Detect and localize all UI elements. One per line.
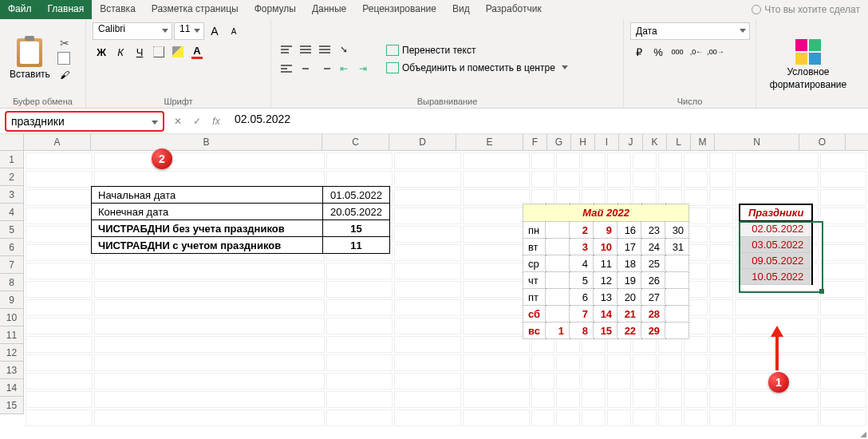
calendar-cell[interactable] [665,289,689,306]
calendar-dow[interactable]: ср [523,255,546,272]
label-start-date[interactable]: Начальная дата [92,187,323,204]
calendar-cell[interactable]: 31 [665,239,689,255]
col-header-O[interactable]: O [799,134,846,150]
border-button[interactable] [150,43,168,61]
calendar-cell[interactable]: 21 [617,306,641,322]
calendar-cell[interactable]: 28 [641,306,665,322]
row-header-7[interactable]: 7 [0,256,24,274]
calendar-cell[interactable]: 16 [617,222,641,239]
tab-insert[interactable]: Вставка [92,0,144,19]
font-name-select[interactable]: Calibri [93,22,172,40]
calendar-cell[interactable]: 26 [641,272,665,289]
tell-me[interactable]: Что вы хотите сделат [744,0,868,19]
calendar-cell[interactable]: 22 [617,322,641,339]
calendar-cell[interactable]: 20 [617,289,641,306]
value-networkdays-withhol[interactable]: 11 [323,237,390,254]
font-size-select[interactable]: 11 [174,22,204,40]
value-start-date[interactable]: 01.05.2022 [323,187,390,204]
calendar-cell[interactable]: 18 [617,255,641,272]
grow-font-button[interactable]: A [206,22,223,40]
label-networkdays-withhol[interactable]: ЧИСТРАБДНИ с учетом праздников [92,237,323,254]
calendar-cell[interactable]: 15 [594,322,617,339]
calendar-cell[interactable] [546,222,570,239]
align-middle-button[interactable] [297,41,314,58]
holiday-cell[interactable]: 02.05.2022 [740,221,812,237]
orientation-button[interactable] [335,41,353,58]
row-header-1[interactable]: 1 [0,151,24,168]
col-header-K[interactable]: K [643,134,667,150]
col-header-N[interactable]: N [715,134,799,150]
calendar-dow[interactable]: вт [523,239,546,255]
holiday-cell[interactable]: 10.05.2022 [740,269,812,285]
format-painter-button[interactable] [57,68,73,82]
row-header-4[interactable]: 4 [0,204,24,221]
merge-center-button[interactable]: Объединить и поместить в центре [383,59,571,77]
increase-decimal-button[interactable]: ,0← [688,43,705,61]
calendar-cell[interactable]: 4 [570,255,594,272]
tab-file[interactable]: Файл [0,0,40,19]
align-right-button[interactable] [316,60,333,77]
decrease-decimal-button[interactable]: ,00→ [707,43,724,61]
col-header-F[interactable]: F [523,134,547,150]
calendar[interactable]: Май 2022 пн29162330вт310172431ср4111825ч… [523,204,689,339]
col-header-B[interactable]: B [91,134,322,150]
tab-developer[interactable]: Разработчик [478,0,550,19]
row-header-8[interactable]: 8 [0,274,24,291]
calendar-cell[interactable]: 3 [570,239,594,255]
col-header-G[interactable]: G [547,134,571,150]
holidays-table[interactable]: Праздники 02.05.202203.05.202209.05.2022… [739,204,813,285]
align-center-button[interactable] [297,60,314,77]
calendar-cell[interactable]: 10 [594,239,617,255]
col-header-M[interactable]: M [691,134,715,150]
calendar-cell[interactable] [546,289,570,306]
row-header-11[interactable]: 11 [0,326,24,344]
calendar-cell[interactable]: 14 [594,306,617,322]
row-header-3[interactable]: 3 [0,186,24,204]
tab-layout[interactable]: Разметка страницы [144,0,247,19]
value-end-date[interactable]: 20.05.2022 [323,204,390,220]
value-networkdays-nohol[interactable]: 15 [323,220,390,237]
tab-formulas[interactable]: Формулы [247,0,304,19]
calendar-cell[interactable] [546,239,570,255]
currency-button[interactable]: ₽ [630,43,648,61]
align-left-button[interactable] [278,60,295,77]
shrink-font-button[interactable]: A [225,22,243,40]
holiday-cell[interactable]: 03.05.2022 [740,237,812,253]
decrease-indent-button[interactable] [335,60,353,77]
tab-data[interactable]: Данные [304,0,354,19]
row-header-5[interactable]: 5 [0,221,24,239]
calendar-cell[interactable]: 9 [594,222,617,239]
select-all-corner[interactable] [0,134,24,150]
col-header-A[interactable]: A [24,134,91,150]
row-header-14[interactable]: 14 [0,379,24,397]
row-header-13[interactable]: 13 [0,362,24,379]
calendar-cell[interactable]: 1 [546,322,570,339]
thousands-button[interactable]: 000 [669,43,686,61]
calendar-cell[interactable]: 29 [641,322,665,339]
calendar-cell[interactable]: 6 [570,289,594,306]
confirm-formula-button[interactable]: ✓ [188,113,206,130]
col-header-J[interactable]: J [619,134,643,150]
calendar-cell[interactable] [665,306,689,322]
name-box[interactable]: праздники [5,111,164,132]
calendar-cell[interactable] [665,322,689,339]
tab-view[interactable]: Вид [444,0,478,19]
cut-button[interactable] [57,36,73,50]
calendar-cell[interactable] [546,306,570,322]
cancel-formula-button[interactable]: ✕ [169,113,187,130]
number-launcher[interactable]: ◢ [861,430,866,438]
calendar-cell[interactable]: 5 [570,272,594,289]
tab-home[interactable]: Главная [40,0,93,19]
calendar-cell[interactable]: 8 [570,322,594,339]
tab-review[interactable]: Рецензирование [354,0,444,19]
calendar-cell[interactable] [546,272,570,289]
row-header-6[interactable]: 6 [0,239,24,256]
col-header-D[interactable]: D [389,134,456,150]
row-header-15[interactable]: 15 [0,397,24,414]
calendar-cell[interactable]: 25 [641,255,665,272]
calendar-cell[interactable]: 27 [641,289,665,306]
formula-input[interactable]: 02.05.2022 [230,113,863,130]
calendar-cell[interactable]: 13 [594,289,617,306]
row-header-2[interactable]: 2 [0,168,24,186]
align-top-button[interactable] [278,41,295,58]
